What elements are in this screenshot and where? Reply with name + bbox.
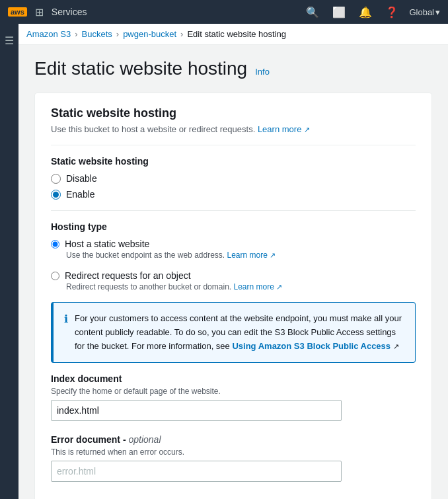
terminal-icon[interactable]: ⬜ bbox=[330, 3, 348, 21]
hosting-disable-option[interactable]: Disable bbox=[51, 173, 416, 184]
breadcrumb-current: Edit static website hosting bbox=[187, 29, 286, 39]
error-document-label: Error document - optional bbox=[51, 434, 416, 445]
aws-logo-box: aws bbox=[8, 7, 27, 17]
external-link-icon: ↗ bbox=[304, 126, 310, 134]
hosting-redirect-radio[interactable] bbox=[51, 272, 59, 280]
breadcrumb-bucket[interactable]: pwgen-bucket bbox=[123, 29, 176, 39]
grid-icon[interactable]: ⊞ bbox=[35, 6, 44, 19]
breadcrumb-sep-1: › bbox=[75, 29, 77, 39]
hosting-redirect-ext-icon: ↗ bbox=[276, 283, 282, 291]
error-document-input[interactable] bbox=[51, 461, 342, 482]
hosting-disable-radio[interactable] bbox=[51, 174, 61, 184]
info-box-link[interactable]: Using Amazon S3 Block Public Access bbox=[232, 341, 391, 351]
hosting-static-sublabel: Use the bucket endpoint as the web addre… bbox=[66, 250, 416, 260]
hosting-disable-label: Disable bbox=[66, 173, 97, 184]
hosting-type-label: Hosting type bbox=[51, 221, 416, 232]
info-link[interactable]: Info bbox=[255, 67, 270, 77]
error-document-group: Error document - optional This is return… bbox=[51, 434, 416, 482]
page-title: Edit static website hosting bbox=[34, 58, 247, 79]
info-circle-icon: ℹ bbox=[64, 313, 68, 353]
help-icon[interactable]: ❓ bbox=[383, 3, 401, 21]
hosting-static-radio[interactable] bbox=[51, 240, 59, 249]
hosting-section-label: Static website hosting bbox=[51, 156, 416, 167]
info-box: ℹ For your customers to access content a… bbox=[51, 302, 416, 363]
global-label: Global bbox=[409, 7, 434, 17]
hosting-redirect-option: Redirect requests for an object Redirect… bbox=[51, 270, 416, 291]
divider-1 bbox=[51, 145, 416, 145]
aws-logo[interactable]: aws bbox=[8, 7, 27, 17]
index-document-label: Index document bbox=[51, 373, 416, 384]
hosting-radio-group: Disable Enable bbox=[51, 173, 416, 200]
card-description: Use this bucket to host a website or red… bbox=[51, 124, 416, 134]
hosting-enable-label: Enable bbox=[66, 189, 95, 200]
bell-icon[interactable]: 🔔 bbox=[356, 3, 375, 21]
sidebar-toggle: ☰ bbox=[0, 24, 19, 499]
hosting-redirect-learn-more[interactable]: Learn more bbox=[233, 282, 274, 291]
search-icon[interactable]: 🔍 bbox=[303, 3, 322, 21]
index-document-group: Index document Specify the home or defau… bbox=[51, 373, 416, 421]
chevron-down-icon: ▾ bbox=[435, 7, 440, 17]
breadcrumb-buckets[interactable]: Buckets bbox=[82, 29, 112, 39]
top-navigation: aws ⊞ Services 🔍 ⬜ 🔔 ❓ Global ▾ bbox=[0, 0, 448, 24]
info-box-text: For your customers to access content at … bbox=[75, 312, 404, 353]
hosting-static-option: Host a static website Use the bucket end… bbox=[51, 239, 416, 260]
main-card: Static website hosting Use this bucket t… bbox=[34, 93, 432, 499]
hosting-static-learn-more[interactable]: Learn more bbox=[227, 250, 268, 260]
hosting-redirect-sublabel: Redirect requests to another bucket or d… bbox=[66, 282, 416, 291]
hosting-static-label: Host a static website bbox=[65, 239, 149, 249]
breadcrumb: Amazon S3 › Buckets › pwgen-bucket › Edi… bbox=[0, 24, 448, 45]
hamburger-icon[interactable]: ☰ bbox=[5, 34, 14, 47]
info-box-ext-icon: ↗ bbox=[393, 342, 399, 350]
global-selector[interactable]: Global ▾ bbox=[409, 7, 440, 17]
breadcrumb-s3[interactable]: Amazon S3 bbox=[26, 29, 71, 39]
hosting-type-radio-group: Host a static website Use the bucket end… bbox=[51, 239, 416, 291]
main-content: Edit static website hosting Info Static … bbox=[19, 45, 448, 499]
index-document-input[interactable] bbox=[51, 400, 342, 421]
card-desc-text: Use this bucket to host a website or red… bbox=[51, 124, 255, 134]
error-document-optional: optional bbox=[128, 434, 161, 445]
hosting-static-ext-icon: ↗ bbox=[270, 251, 276, 259]
index-document-hint: Specify the home or default page of the … bbox=[51, 387, 416, 396]
page-header: Edit static website hosting Info bbox=[34, 58, 432, 79]
card-learn-more-link[interactable]: Learn more bbox=[258, 124, 301, 134]
hosting-redirect-label: Redirect requests for an object bbox=[65, 270, 191, 281]
card-title: Static website hosting bbox=[51, 106, 416, 120]
breadcrumb-sep-3: › bbox=[180, 29, 183, 39]
error-document-hint: This is returned when an error occurs. bbox=[51, 447, 416, 457]
breadcrumb-sep-2: › bbox=[116, 29, 119, 39]
divider-2 bbox=[51, 210, 416, 211]
hosting-enable-option[interactable]: Enable bbox=[51, 189, 416, 200]
services-nav-label[interactable]: Services bbox=[52, 7, 87, 17]
hosting-enable-radio[interactable] bbox=[51, 190, 61, 200]
